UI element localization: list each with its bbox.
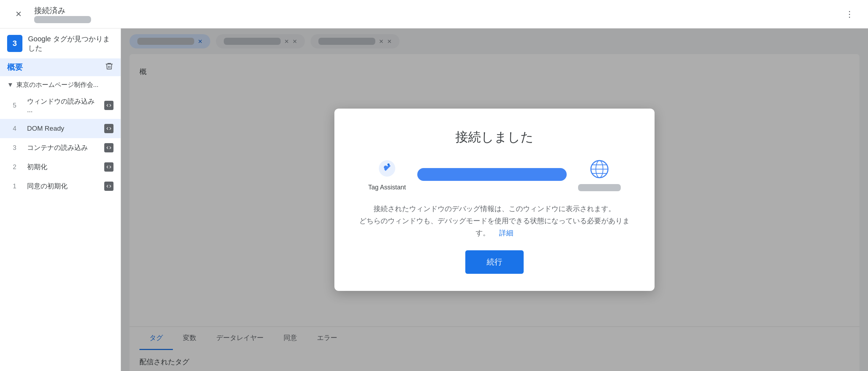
svg-point-3 — [387, 163, 390, 166]
event-list: ▼ 東京のホームページ制作会... 5 ウィンドウの読み込み ... 4 DOM… — [0, 76, 121, 371]
header-subtitle-blurred — [34, 16, 91, 23]
site-label-blurred — [578, 184, 621, 191]
event-item-1[interactable]: 1 同意の初期化 — [0, 177, 121, 196]
more-options-button[interactable]: ⋮ — [842, 7, 857, 21]
event-item-2[interactable]: 2 初期化 — [0, 157, 121, 177]
overview-tab[interactable]: 概要 — [0, 58, 121, 76]
modal-title: 接続しました — [455, 129, 534, 146]
delete-icon[interactable] — [105, 62, 113, 73]
event-code-icon-2 — [104, 162, 113, 172]
connection-status: 接続済み — [34, 5, 91, 16]
globe-icon — [588, 158, 611, 181]
event-item-5[interactable]: 5 ウィンドウの読み込み ... — [0, 92, 121, 119]
modal-overlay: 接続しました Tag Assistant — [121, 28, 868, 371]
connection-row: Tag Assistant — [354, 157, 635, 191]
badge-count: 3 — [7, 35, 22, 52]
svg-point-2 — [384, 166, 387, 169]
modal-description: 接続されたウィンドウのデバッグ情報は、このウィンドウに表示されます。 どちらのウ… — [354, 203, 635, 239]
header-title-block: 接続済み — [34, 5, 91, 23]
event-group-name[interactable]: ▼ 東京のホームページ制作会... — [0, 76, 121, 92]
event-group: ▼ 東京のホームページ制作会... 5 ウィンドウの読み込み ... 4 DOM… — [0, 76, 121, 199]
sidebar: 3 Google タグが見つかりました 概要 ▼ 東京のホームページ制作会... — [0, 28, 121, 371]
content-area: ✕ ✕ ✕ ✕ ✕ 概 タグ 変数 — [121, 28, 868, 371]
overview-tab-label: 概要 — [7, 62, 23, 73]
event-item-4[interactable]: 4 DOM Ready — [0, 119, 121, 138]
event-code-icon-4 — [104, 124, 113, 133]
main-layout: 3 Google タグが見つかりました 概要 ▼ 東京のホームページ制作会... — [0, 28, 868, 371]
event-code-icon-1 — [104, 182, 113, 191]
globe-block — [578, 158, 621, 191]
chevron-down-icon: ▼ — [7, 81, 14, 89]
close-button[interactable]: ✕ — [11, 7, 26, 21]
sidebar-header: 3 Google タグが見つかりました — [0, 28, 121, 58]
header-left: ✕ 接続済み — [11, 5, 91, 23]
header-right: ⋮ — [842, 7, 857, 21]
tag-assistant-icon — [376, 157, 398, 180]
tag-assistant-label: Tag Assistant — [368, 184, 406, 191]
connection-bar — [417, 168, 567, 181]
event-item-3[interactable]: 3 コンテナの読み込み — [0, 138, 121, 157]
event-code-icon-3 — [104, 143, 113, 152]
learn-more-link[interactable]: 詳細 — [499, 229, 513, 237]
app-header: ✕ 接続済み ⋮ — [0, 0, 868, 28]
tag-assistant-block: Tag Assistant — [368, 157, 406, 191]
event-code-icon-5 — [104, 101, 113, 110]
connected-modal: 接続しました Tag Assistant — [334, 109, 655, 291]
continue-button[interactable]: 続行 — [465, 250, 524, 274]
sidebar-title: Google タグが見つかりました — [28, 34, 113, 53]
